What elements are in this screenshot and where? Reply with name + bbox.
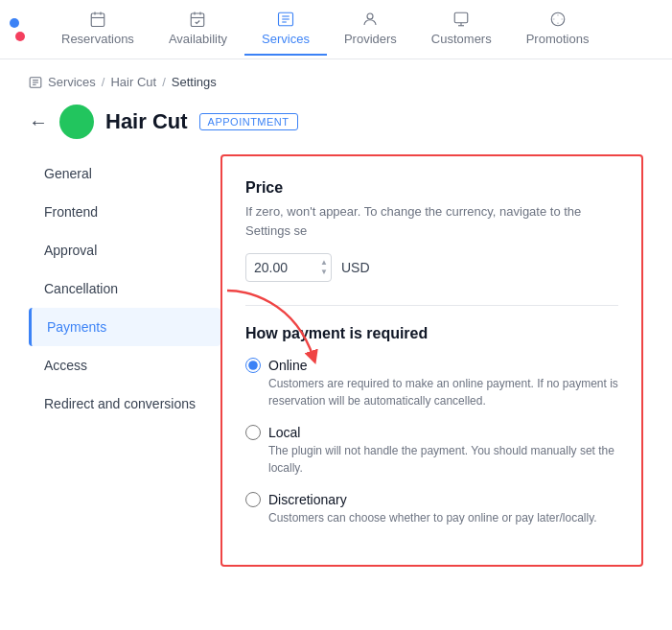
radio-option-local: Local The plugin will not handle the pay… [245,425,618,477]
nav-items: Reservations Availability Services Provi… [44,3,606,56]
app-logo [10,18,25,41]
sidebar-item-redirect[interactable]: Redirect and conversions [29,385,220,423]
page-header: ← Hair Cut APPOINTMENT [0,97,672,154]
svg-rect-4 [192,13,205,27]
radio-local[interactable] [245,425,261,440]
svg-rect-0 [91,13,104,27]
radio-local-desc: The plugin will not handle the payment. … [245,442,618,477]
radio-option-discretionary: Discretionary Customers can choose wheth… [245,492,618,526]
back-button[interactable]: ← [29,111,48,133]
settings-sidebar: General Frontend Approval Cancellation P… [29,154,220,567]
availability-icon [189,11,206,28]
nav-item-providers[interactable]: Providers [327,3,414,56]
radio-online-label: Online [268,358,307,373]
nav-item-services[interactable]: Services [244,3,327,56]
price-description: If zero, won't appear. To change the cur… [245,202,618,240]
payment-section-title: How payment is required [245,325,618,342]
svg-rect-13 [455,12,469,23]
appointment-badge: APPOINTMENT [199,113,298,130]
promotions-icon [549,11,567,28]
price-section-title: Price [245,179,618,197]
svg-point-16 [551,12,565,26]
sidebar-item-general[interactable]: General [29,154,220,193]
nav-item-reservations[interactable]: Reservations [44,3,151,56]
sidebar-item-access[interactable]: Access [29,346,220,385]
radio-option-online: Online Customers are required to make an… [245,358,618,409]
price-spinner: ▲ ▼ [318,258,330,276]
radio-discretionary-desc: Customers can choose whether to pay onli… [245,509,618,526]
price-decrement-button[interactable]: ▼ [318,268,330,277]
sidebar-item-approval[interactable]: Approval [29,231,220,269]
sidebar-item-payments[interactable]: Payments [29,308,220,346]
top-navigation: Reservations Availability Services Provi… [0,0,672,59]
nav-item-availability[interactable]: Availability [151,3,244,56]
logo-dot-red [15,32,25,41]
logo-dot-blue [10,18,19,28]
sidebar-item-cancellation[interactable]: Cancellation [29,269,220,308]
customers-icon [452,11,470,28]
radio-local-label: Local [268,425,300,440]
price-increment-button[interactable]: ▲ [318,258,330,268]
radio-discretionary-label: Discretionary [268,492,347,507]
services-icon [277,11,294,28]
reservations-icon [89,11,106,28]
nav-item-customers[interactable]: Customers [414,3,509,56]
payments-content: Price If zero, won't appear. To change t… [220,154,643,567]
radio-discretionary[interactable] [245,492,261,507]
page-title: Hair Cut [105,109,188,134]
radio-online[interactable] [245,358,261,373]
radio-online-desc: Customers are required to make an online… [245,375,618,409]
breadcrumb: Services / Hair Cut / Settings [0,59,672,97]
svg-point-12 [367,13,373,19]
price-input-wrapper: ▲ ▼ [245,253,332,282]
nav-item-promotions[interactable]: Promotions [509,3,607,56]
price-divider [245,305,618,306]
providers-icon [361,11,379,28]
main-layout: General Frontend Approval Cancellation P… [0,154,672,567]
service-color-dot [59,105,94,139]
currency-label: USD [341,260,370,275]
sidebar-item-frontend[interactable]: Frontend [29,193,220,231]
price-input-row: ▲ ▼ USD [245,253,618,282]
breadcrumb-icon [29,76,42,89]
